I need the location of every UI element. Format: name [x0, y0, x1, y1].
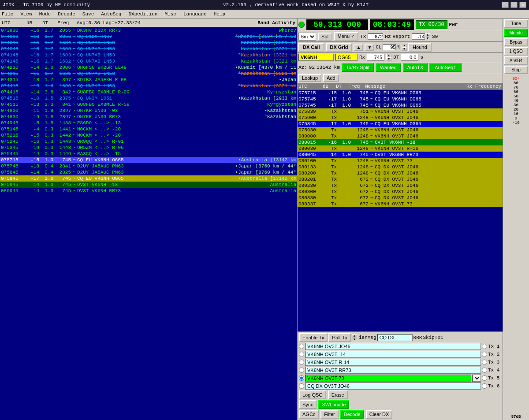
rx-down-arrow[interactable]: ▼	[386, 57, 391, 61]
band-activity-row[interactable]: 075839Tx751~VK6NH OV3T JO46	[298, 108, 503, 115]
log-row[interactable]: 075145-40.31441~M0CKM <...> -20	[0, 126, 297, 132]
band-activity-row[interactable]: 080200Tx1248~CQ DX OV3T JO46	[298, 170, 503, 176]
band-activity-row[interactable]: 080100Tx1248~VK6NH OV3T 73	[298, 158, 503, 164]
log-row[interactable]: 074315-181.7397~BD7BS JA5EXW R-08•Japan	[0, 77, 297, 83]
tx-radio2-6[interactable]	[482, 383, 487, 389]
up-arrow-button[interactable]: ▲	[354, 44, 363, 51]
log-row[interactable]: 075745-180.42841~D2UY JA5AUC PM63•Japan …	[0, 163, 297, 169]
sync-button[interactable]: Sync	[299, 400, 317, 409]
cl-up-arrow[interactable]: ▲	[402, 44, 407, 47]
log-row[interactable]: 074230-142.02006~OH6FSG 9K2GR LL49•Kuwai…	[0, 64, 297, 71]
cl-down-arrow[interactable]: ▼	[402, 47, 407, 51]
menu-autoseq[interactable]: AutoSeq	[101, 11, 121, 17]
band-activity-row[interactable]: 075745-171.0745~CQ EU VK6NH OG65	[298, 102, 503, 108]
tx-input-3[interactable]	[305, 359, 481, 366]
tx-radio-3[interactable]	[299, 360, 304, 365]
halt-tx-button[interactable]: Halt Tx	[328, 333, 351, 342]
dx-call-input[interactable]	[298, 54, 334, 61]
band-activity-row[interactable]: 075900Tx1248~VK6NH OV3T JO46	[298, 115, 503, 121]
log-row[interactable]: 074415-143.6842~GU8FBO EX8MLE R-09Kyrgyz…	[0, 89, 297, 95]
tx-radio-2[interactable]	[299, 352, 304, 357]
log-row[interactable]: 074045-151.71683~CQ UN7AB LN53Kazakhstan…	[0, 46, 297, 52]
log-row[interactable]: 075445-140.31449~RA3CQ <...> -15	[0, 151, 297, 157]
log-qso-button[interactable]: Log QSO	[299, 390, 326, 399]
menu-file[interactable]: File	[2, 11, 13, 17]
log-row[interactable]: 074315-151.71681~CQ UN7AB LN53*Kazakhsta…	[0, 71, 297, 77]
menu-save[interactable]: Save	[82, 11, 94, 17]
band-activity-row[interactable]: 080133Tx1248~CQ DX OV3T JO46	[298, 164, 503, 170]
tx-radio-5[interactable]	[299, 375, 304, 381]
log-row[interactable]: 074515-132.3841~GU8FBO EX8MLE R-09Kyrgyz…	[0, 101, 297, 108]
log-row[interactable]: 074830-191.82897~ON7KR UN3G RR73°Kazakhs…	[0, 114, 297, 120]
band-activity-row[interactable]: 075845-171.0745~CQ EU VK6NH OG65	[298, 121, 503, 127]
tx-dropdown[interactable]: ▼	[472, 375, 481, 382]
tx-input-6[interactable]	[305, 383, 481, 390]
gen-up-arrow[interactable]: ▲	[352, 334, 357, 338]
dt-input[interactable]	[401, 54, 418, 61]
band-activity-display[interactable]: 075715-151.0745~CQ EU VK6NH OG65075745-1…	[298, 90, 503, 331]
log-row[interactable]: 075715-151.0745~CQ EU VK6NH OG65•Austral…	[0, 157, 297, 163]
log-row[interactable]: 074800-111.82897~ON7KR UN3G -03•Kazakhst…	[0, 108, 297, 114]
spt-button[interactable]: Spt	[318, 33, 332, 41]
log-row[interactable]: 074145-161.71682~CQ UN7AB LN53Kazakhstan…	[0, 58, 297, 64]
cl-input[interactable]	[383, 44, 396, 50]
qso-button[interactable]: 1 QSO	[504, 47, 528, 56]
rx-freq-input[interactable]	[367, 54, 384, 61]
band-activity-row[interactable]: 080030Tx1248~VK6NH OV3T R-16	[298, 145, 503, 152]
band-activity-row[interactable]: 080330Tx672~CQ DX OV3T JO46	[298, 195, 503, 201]
minimize-button[interactable]: _	[502, 2, 509, 8]
agc-button[interactable]: AGCc	[299, 410, 319, 419]
enable-tx-button[interactable]: Enable Tx	[299, 333, 328, 342]
tx-input-2[interactable]	[305, 351, 481, 358]
band-activity-row[interactable]: 075745-171.0745~CQ EU VK6NH OG65	[298, 96, 503, 102]
lookup-button[interactable]: Lookup	[298, 74, 321, 82]
add-button[interactable]: Add	[323, 74, 339, 82]
swl-mode-button[interactable]: SWL mode	[318, 400, 349, 409]
band-select[interactable]: 6m	[298, 33, 316, 41]
tx-radio2-5[interactable]	[482, 375, 487, 381]
tx-input-4[interactable]	[305, 367, 481, 374]
autotx-button[interactable]: AutoTX	[403, 63, 428, 72]
ansb4-button[interactable]: AnsB4	[504, 56, 528, 65]
log-row[interactable]: 075845-171.0745~CQ EU VK6NH OG65•Austral…	[0, 175, 297, 182]
clear-dx-button[interactable]: Clear DX	[366, 410, 393, 419]
tx-radio2-3[interactable]	[482, 360, 487, 365]
tx-radio2-1[interactable]	[482, 344, 487, 349]
log-row[interactable]: 075245-160.31443~UR9QQ <...> R-01	[0, 138, 297, 145]
band-activity-row[interactable]: 075930Tx1248~VK6NH OV3T JO46	[298, 127, 503, 133]
menu-help[interactable]: Help	[214, 11, 225, 17]
menu-language[interactable]: Language	[183, 11, 207, 17]
report-down-arrow[interactable]: ▼	[425, 37, 430, 40]
decode-button[interactable]: Decode	[340, 410, 364, 419]
tx-radio-1[interactable]	[299, 344, 304, 349]
filter-button[interactable]: Filter	[320, 410, 338, 419]
tx-input-5[interactable]	[305, 375, 471, 382]
gen-down-arrow[interactable]: ▼	[352, 338, 357, 341]
band-activity-row[interactable]: 080230Tx672~CQ DX OV3T JO46	[298, 182, 503, 189]
log-row[interactable]: 074015-151.71684~CQ UN7AB LN53Kazakhstan…	[0, 40, 297, 46]
log-row[interactable]: 075845-140.42825~D2UY JA5AUC PM63•Japan …	[0, 169, 297, 175]
tx-input-1[interactable]	[305, 343, 481, 350]
dx-grid-input[interactable]	[335, 54, 358, 61]
log-row[interactable]: 074000-181.72056~CQ D1DX KN87*where? [21…	[0, 33, 297, 40]
tx-rx-split-button[interactable]: Tx/Rx Split	[342, 63, 374, 72]
log-row[interactable]: 080045-141.0745~OV3T VK6NH RR73Australia	[0, 188, 297, 194]
menu-view[interactable]: View	[20, 11, 32, 17]
log-row[interactable]: 074145-161.71683~CQ UN7AB LN53*Kazakhsta…	[0, 52, 297, 58]
band-activity-row[interactable]: 075715-151.0745~CQ EU VK6NH OG65	[298, 90, 503, 96]
menu-mode[interactable]: Mode	[39, 11, 51, 17]
band-activity-row[interactable]: 080337Tx672~VK6NH OV3T 73	[298, 201, 503, 207]
dx-grid-button[interactable]: DX Grid	[326, 43, 353, 52]
bypass-button[interactable]: Bypas	[504, 38, 528, 46]
report-input[interactable]	[412, 33, 425, 40]
log-row[interactable]: 075945-141.0745~OV3T VK6NH -18Australia	[0, 182, 297, 188]
tx-radio2-4[interactable]	[482, 368, 487, 373]
tx-freq-input[interactable]	[368, 33, 383, 40]
log-row[interactable]: 074515-101.52375~CQ UN3M LO61•Kazakhstan…	[0, 95, 297, 101]
rx-up-arrow[interactable]: ▲	[386, 54, 391, 57]
maximize-button[interactable]: □	[510, 2, 518, 8]
log-row[interactable]: 075345-190.31448~UW5ZM <...> R-06	[0, 145, 297, 151]
stop-button[interactable]: Stop	[504, 66, 528, 74]
menu-decode[interactable]: Decode	[58, 11, 75, 17]
gen-msg-input[interactable]	[377, 334, 413, 341]
